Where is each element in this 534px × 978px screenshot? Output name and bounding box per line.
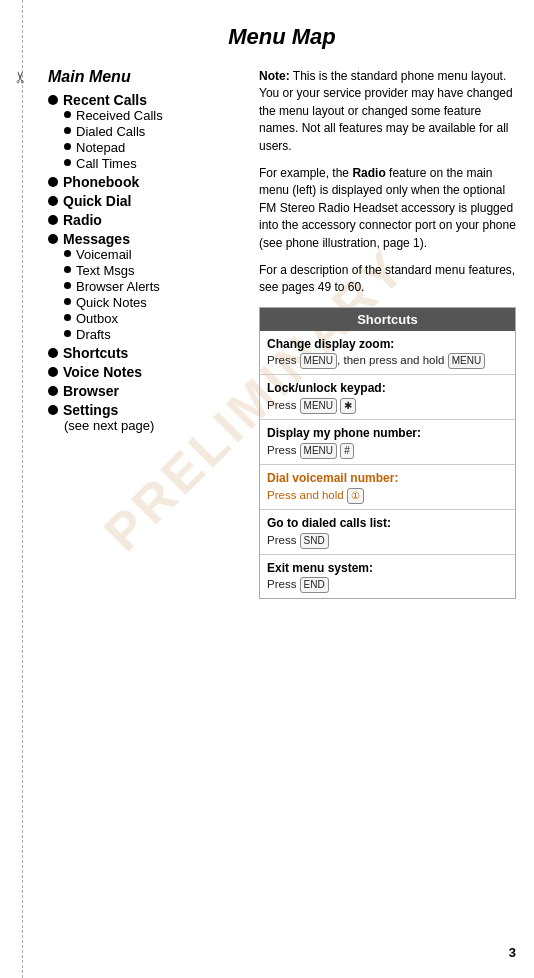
radio-bold: Radio [352, 166, 385, 180]
menu-label: Settings [63, 402, 118, 418]
key-menu2: MENU [448, 353, 485, 369]
list-item: Voicemail [64, 247, 243, 262]
menu-item-radio: Radio [48, 212, 243, 228]
menu-item-settings: Settings [48, 402, 243, 418]
note-paragraph-2: For example, the Radio feature on the ma… [259, 165, 516, 252]
sub-label: Quick Notes [76, 295, 147, 310]
list-item: Call Times [64, 156, 243, 171]
list-item: Shortcuts [48, 345, 243, 361]
list-item: Quick Notes [64, 295, 243, 310]
bullet-icon [64, 266, 71, 273]
list-item: Drafts [64, 327, 243, 342]
list-item: Text Msgs [64, 263, 243, 278]
key-1: ① [347, 488, 364, 504]
sub-label: Drafts [76, 327, 111, 342]
menu-item-voice-notes: Voice Notes [48, 364, 243, 380]
sub-label: Outbox [76, 311, 118, 326]
menu-label: Radio [63, 212, 102, 228]
bullet-icon [48, 95, 58, 105]
bullet-icon [48, 367, 58, 377]
bullet-icon [64, 250, 71, 257]
list-item: Radio [48, 212, 243, 228]
key-star: ✱ [340, 398, 356, 414]
list-item: Recent Calls Received Calls Dialed Calls… [48, 92, 243, 171]
shortcut-desc: Press END [267, 576, 508, 593]
menu-label: Quick Dial [63, 193, 131, 209]
shortcut-item-voicemail: Dial voicemail number: Press and hold ① [260, 465, 515, 510]
main-menu-heading: Main Menu [48, 68, 243, 86]
bullet-icon [48, 215, 58, 225]
bullet-icon [64, 143, 71, 150]
bullet-icon [64, 314, 71, 321]
shortcut-title: Display my phone number: [267, 425, 508, 442]
scissors-icon: ✂ [11, 71, 30, 84]
bullet-icon [48, 405, 58, 415]
note-text-1: This is the standard phone menu layout. … [259, 69, 513, 153]
key-menu3: MENU [300, 398, 337, 414]
menu-label: Shortcuts [63, 345, 128, 361]
shortcut-item-zoom: Change display zoom: Press MENU, then pr… [260, 331, 515, 376]
bullet-icon [48, 386, 58, 396]
sub-label: Notepad [76, 140, 125, 155]
bullet-icon [64, 159, 71, 166]
bullet-icon [64, 298, 71, 305]
list-item: Received Calls [64, 108, 243, 123]
shortcut-title: Exit menu system: [267, 560, 508, 577]
note-text-3: For a description of the standard menu f… [259, 263, 515, 294]
menu-item-browser: Browser [48, 383, 243, 399]
sub-label: Text Msgs [76, 263, 135, 278]
shortcut-desc: Press MENU ✱ [267, 397, 508, 414]
bullet-icon [64, 282, 71, 289]
shortcut-item-exit: Exit menu system: Press END [260, 555, 515, 599]
cut-line [22, 0, 23, 978]
shortcut-desc: Press and hold ① [267, 487, 508, 504]
key-hash: # [340, 443, 354, 459]
shortcuts-box: Shortcuts Change display zoom: Press MEN… [259, 307, 516, 600]
key-snd: SND [300, 533, 329, 549]
sub-label: Received Calls [76, 108, 163, 123]
menu-item-shortcuts: Shortcuts [48, 345, 243, 361]
menu-item-quick-dial: Quick Dial [48, 193, 243, 209]
menu-item-messages: Messages [48, 231, 243, 247]
settings-note: (see next page) [64, 418, 243, 433]
shortcuts-header: Shortcuts [260, 308, 515, 331]
bullet-icon [64, 127, 71, 134]
list-item: Messages Voicemail Text Msgs Browser Ale… [48, 231, 243, 342]
shortcut-item-phone-number: Display my phone number: Press MENU # [260, 420, 515, 465]
shortcut-title: Dial voicemail number: [267, 470, 508, 487]
bullet-icon [48, 177, 58, 187]
list-item: Voice Notes [48, 364, 243, 380]
list-item: Dialed Calls [64, 124, 243, 139]
shortcut-desc: Press SND [267, 532, 508, 549]
key-menu4: MENU [300, 443, 337, 459]
menu-label: Browser [63, 383, 119, 399]
sub-label: Dialed Calls [76, 124, 145, 139]
list-item: Quick Dial [48, 193, 243, 209]
sub-label: Voicemail [76, 247, 132, 262]
page-content: Menu Map Main Menu Recent Calls Received… [30, 0, 534, 978]
shortcut-title: Change display zoom: [267, 336, 508, 353]
bullet-icon [64, 330, 71, 337]
page-title: Menu Map [48, 24, 516, 50]
page-number: 3 [509, 945, 516, 960]
right-column: Note: This is the standard phone menu la… [259, 68, 516, 599]
bullet-icon [64, 111, 71, 118]
list-item: Notepad [64, 140, 243, 155]
shortcut-title: Go to dialed calls list: [267, 515, 508, 532]
list-item: Outbox [64, 311, 243, 326]
shortcut-desc: Press MENU, then press and hold MENU [267, 352, 508, 369]
list-item: Browser Alerts [64, 279, 243, 294]
bullet-icon [48, 234, 58, 244]
bullet-icon [48, 196, 58, 206]
menu-item-phonebook: Phonebook [48, 174, 243, 190]
bullet-icon [48, 348, 58, 358]
shortcut-desc: Press MENU # [267, 442, 508, 459]
note-bold: Note: [259, 69, 290, 83]
sub-label: Browser Alerts [76, 279, 160, 294]
note-paragraph-1: Note: This is the standard phone menu la… [259, 68, 516, 155]
sub-label: Call Times [76, 156, 137, 171]
shortcut-item-dialed: Go to dialed calls list: Press SND [260, 510, 515, 555]
key-end: END [300, 577, 329, 593]
menu-label: Recent Calls [63, 92, 147, 108]
sub-list-recent-calls: Received Calls Dialed Calls Notepad Call… [64, 108, 243, 171]
